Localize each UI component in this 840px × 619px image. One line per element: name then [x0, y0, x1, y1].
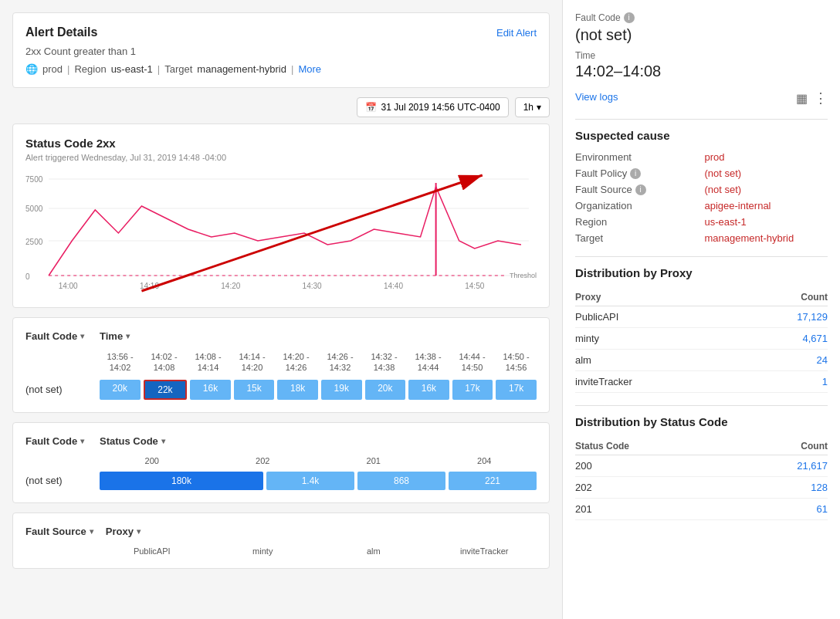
fault-status-data-row: (not set) 180k1.4k868221 [25, 472, 537, 490]
time-range-value: 1h [523, 102, 533, 113]
proxy-col-label-0: PublicAPI [100, 546, 205, 556]
svg-text:5000: 5000 [25, 205, 43, 213]
time-cell-7[interactable]: 16k [408, 380, 449, 400]
time-dropdown-icon: ▾ [126, 332, 130, 340]
proxy-dropdown: ▾ [137, 527, 141, 536]
time-cell-1[interactable]: 22k [144, 380, 188, 400]
svg-text:Threshold: Threshold [510, 272, 537, 279]
time-cells: 20k22k16k15k18k19k20k16k17k17k [100, 380, 537, 400]
dist-proxy-count-1: 4,671 [740, 328, 828, 350]
svg-text:14:00: 14:00 [59, 282, 79, 290]
dist-status-table: Status Code Count 20021,61720212820161 [575, 438, 828, 520]
status-code-dropdown: ▾ [161, 437, 165, 445]
fault-code-info-icon[interactable]: i [624, 12, 635, 23]
dist-proxy-row-1: minty4,671 [575, 328, 828, 350]
fault-code-col2-header[interactable]: Fault Code ▾ [25, 435, 87, 447]
edit-alert-link[interactable]: Edit Alert [496, 27, 537, 39]
region-label: Region [74, 63, 106, 75]
dist-status-count-0: 21,617 [737, 455, 828, 477]
status-code-col-header[interactable]: Status Code ▾ [100, 435, 165, 447]
time-right-value: 14:02–14:08 [575, 63, 828, 80]
bar-chart-icon[interactable]: ▦ [796, 91, 808, 106]
date-button[interactable]: 📅 31 Jul 2019 14:56 UTC-0400 [357, 97, 509, 117]
date-value: 31 Jul 2019 14:56 UTC-0400 [381, 102, 500, 113]
chart-title: Status Code 2xx [25, 137, 537, 150]
time-range-button[interactable]: 1h ▾ [515, 97, 550, 117]
chart-subtitle: Alert triggered Wednesday, Jul 31, 2019 … [25, 153, 537, 162]
suspected-cause-grid: EnvironmentprodFault Policyi(not set)Fau… [575, 151, 828, 244]
dist-proxy-count-2: 24 [740, 350, 828, 371]
sc-value-1: (not set) [705, 167, 828, 179]
time-cols-header-row: 13:56 -14:0214:02 -14:0814:08 -14:1414:1… [100, 351, 537, 374]
dropdown-arrow-icon: ▾ [537, 102, 541, 113]
dist-status-count-2: 61 [737, 499, 828, 520]
time-cell-6[interactable]: 20k [365, 380, 406, 400]
sc-value-5: management-hybrid [705, 232, 828, 244]
svg-text:2500: 2500 [25, 238, 43, 246]
dist-proxy-row-3: inviteTracker1 [575, 371, 828, 393]
dist-status-name-0: 200 [575, 455, 737, 477]
fault-code2-dropdown: ▾ [80, 437, 84, 445]
divider1 [575, 119, 828, 120]
region-value: us-east-1 [111, 63, 153, 75]
time-cell-5[interactable]: 19k [321, 380, 362, 400]
status-cells: 180k1.4k868221 [100, 472, 537, 490]
status-cell-0[interactable]: 180k [100, 472, 263, 490]
status-cell-3[interactable]: 221 [449, 472, 537, 490]
separator1: | [67, 63, 69, 75]
time-col-header-6: 14:32 -14:38 [364, 351, 405, 374]
dist-status-col1-header: Status Code [575, 438, 737, 455]
target-value: management-hybrid [197, 63, 286, 75]
svg-text:7500: 7500 [25, 175, 43, 184]
separator2: | [158, 63, 160, 75]
time-cell-0[interactable]: 20k [100, 380, 141, 400]
kebab-menu-icon[interactable]: ⋮ [814, 90, 828, 107]
svg-text:14:50: 14:50 [465, 282, 485, 290]
fault-code-time-card: Fault Code ▾ Time ▾ 13:56 -14:0214:02 -1… [12, 317, 550, 413]
suspected-cause-title: Suspected cause [575, 129, 828, 142]
proxy-col-header[interactable]: Proxy ▾ [106, 526, 141, 537]
fault-source-dropdown: ▾ [90, 527, 93, 536]
target-label: Target [164, 63, 192, 75]
chart-container: 7500 5000 2500 0 Threshold [25, 171, 537, 295]
dist-proxy-name-0: PublicAPI [575, 306, 740, 328]
svg-text:14:30: 14:30 [303, 282, 323, 290]
time-cell-8[interactable]: 17k [452, 380, 493, 400]
sc-value-2: (not set) [705, 184, 828, 195]
time-cell-4[interactable]: 18k [277, 380, 318, 400]
sc-info-icon-2[interactable]: i [635, 184, 646, 195]
fault-code-col-header[interactable]: Fault Code ▾ [25, 330, 87, 342]
status-cell-1[interactable]: 1.4k [266, 472, 354, 490]
fault-source-col-header[interactable]: Fault Source ▾ [25, 526, 93, 537]
fault-time-data-row: (not set) 20k22k16k15k18k19k20k16k17k17k [25, 380, 537, 400]
view-logs-link[interactable]: View logs [575, 91, 618, 103]
sc-key-0: Environment [575, 151, 699, 163]
right-panel: Fault Code i (not set) Time 14:02–14:08 … [562, 0, 840, 619]
svg-text:14:10: 14:10 [140, 282, 160, 290]
sc-info-icon-1[interactable]: i [630, 168, 641, 179]
time-col-header-3: 14:14 -14:20 [232, 351, 273, 374]
time-cell-9[interactable]: 17k [496, 380, 537, 400]
time-cell-3[interactable]: 15k [234, 380, 275, 400]
time-right-label: Time [575, 50, 828, 61]
time-col-header[interactable]: Time ▾ [100, 330, 130, 342]
dist-status-row-2: 20161 [575, 499, 828, 520]
time-col-header-8: 14:44 -14:50 [452, 351, 493, 374]
dist-status-thead: Status Code Count [575, 438, 828, 455]
more-link[interactable]: More [298, 63, 321, 75]
dist-proxy-row-2: alm24 [575, 350, 828, 371]
fault-time-header: Fault Code ▾ Time ▾ [25, 330, 537, 342]
proxy-col-label-1: minty [211, 546, 316, 556]
alert-title: Alert Details [25, 25, 97, 39]
time-cell-2[interactable]: 16k [190, 380, 231, 400]
svg-text:14:40: 14:40 [384, 282, 404, 290]
dist-proxy-title: Distribution by Proxy [575, 266, 828, 279]
sc-value-0: prod [705, 151, 828, 163]
fault-proxy-header: Fault Source ▾ Proxy ▾ [25, 526, 537, 537]
time-col-header-9: 14:50 -14:56 [496, 351, 537, 374]
status-cell-2[interactable]: 868 [357, 472, 445, 490]
proxy-label: Proxy [106, 526, 134, 537]
fault-source-label: Fault Source [25, 526, 86, 537]
dist-status-name-2: 201 [575, 499, 737, 520]
time-col-header-0: 13:56 -14:02 [100, 351, 141, 374]
